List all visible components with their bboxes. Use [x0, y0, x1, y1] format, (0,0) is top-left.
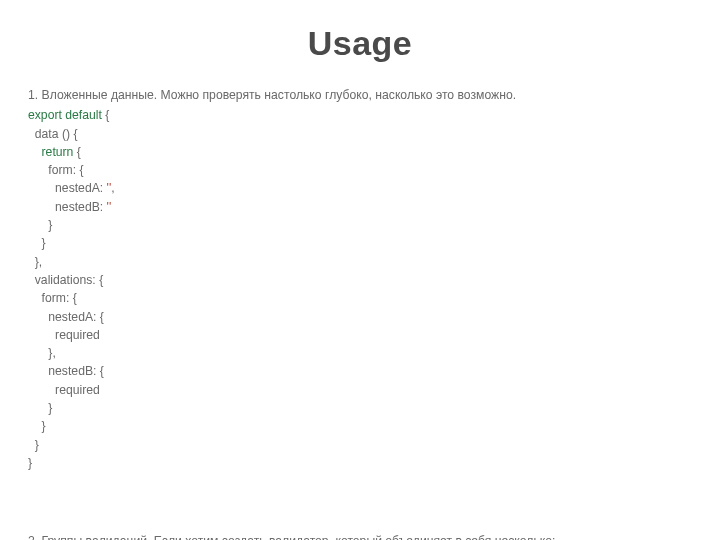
section1-intro: 1. Вложенные данные. Можно проверять нас…: [28, 86, 692, 104]
code-text: }: [28, 401, 52, 415]
code-text: [28, 145, 42, 159]
code-text: nestedA:: [28, 181, 107, 195]
code-text: nestedA: {: [28, 310, 104, 324]
section2: 2. Группы валидаций. Если хотим создать …: [28, 532, 692, 540]
code-text: }: [28, 456, 32, 470]
code-text: {: [73, 145, 80, 159]
code-text: required: [28, 328, 100, 342]
code-text: required: [28, 383, 100, 397]
slide-title: Usage: [0, 24, 720, 63]
slide: Usage 1. Вложенные данные. Можно проверя…: [0, 0, 720, 540]
code-text: ,: [111, 181, 114, 195]
code-text: }: [28, 438, 39, 452]
code-text: nestedB: {: [28, 364, 104, 378]
code-text: },: [28, 346, 56, 360]
code-text: },: [28, 255, 42, 269]
code-string: '': [107, 200, 112, 214]
code-keyword: export default: [28, 108, 102, 122]
code-text: form: {: [28, 163, 84, 177]
code-text: data () {: [28, 127, 77, 141]
code-text: nestedB:: [28, 200, 107, 214]
section2-line1: 2. Группы валидаций. Если хотим создать …: [28, 532, 692, 540]
code-text: validations: {: [28, 273, 103, 287]
code-text: {: [102, 108, 109, 122]
code-text: }: [28, 236, 46, 250]
code-text: }: [28, 419, 46, 433]
code-text: form: {: [28, 291, 77, 305]
code-text: }: [28, 218, 52, 232]
code-keyword: return: [42, 145, 74, 159]
code-block: export default { data () { return { form…: [28, 106, 692, 472]
slide-body: 1. Вложенные данные. Можно проверять нас…: [28, 86, 692, 540]
